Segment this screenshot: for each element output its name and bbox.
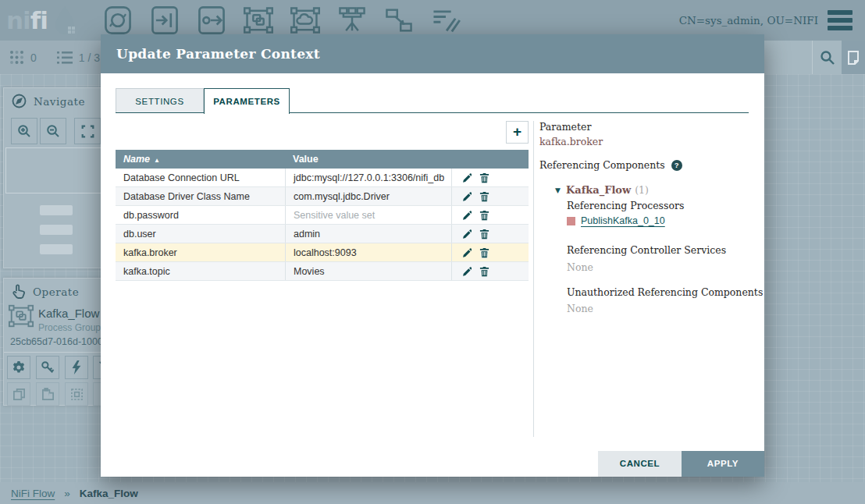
parameter-table-body: Database Connection URL jdbc:mysql://127… <box>116 169 529 281</box>
selection-id: 25cb65d7-016d-1000- <box>10 336 106 347</box>
parameter-value-cell: com.mysql.jdbc.Driver <box>285 187 451 205</box>
dialog-tabs: SETTINGS PARAMETERS <box>116 88 749 114</box>
paste-button[interactable] <box>36 382 59 406</box>
referencing-group-name: Kafka_Flow <box>566 184 631 196</box>
breadcrumb-separator: » <box>64 488 70 499</box>
table-header: Name▲ Value <box>116 150 529 169</box>
component-toolbar <box>101 3 475 37</box>
referencing-processor-link[interactable]: PublishKafka_0_10 <box>581 215 665 226</box>
edit-parameter-icon[interactable] <box>461 172 472 183</box>
label-icon[interactable] <box>429 3 463 37</box>
compass-icon <box>12 94 27 108</box>
operate-title: Operate <box>33 286 79 298</box>
parameter-row[interactable]: kafka.broker localhost:9093 <box>116 243 529 262</box>
tab-parameters[interactable]: PARAMETERS <box>204 88 290 114</box>
edit-parameter-icon[interactable] <box>461 247 472 257</box>
parameter-row[interactable]: Database Driver Class Name com.mysql.jdb… <box>116 187 529 206</box>
birdseye-component <box>40 244 73 254</box>
referencing-components-label: Referencing Components <box>539 159 665 171</box>
stat-value: 1 / 3 <box>79 51 100 64</box>
process-group-icon[interactable] <box>241 3 276 37</box>
breadcrumb: NiFi Flow » Kafka_Flow <box>0 482 865 504</box>
parameter-name-cell: Database Connection URL <box>116 172 285 183</box>
parameter-name: kafka.broker <box>539 136 603 147</box>
delete-parameter-icon[interactable] <box>479 229 489 240</box>
apply-button[interactable]: APPLY <box>682 451 764 477</box>
grid-icon <box>9 50 24 65</box>
edit-parameter-icon[interactable] <box>461 229 472 239</box>
parameter-name-cell: db.password <box>116 210 285 221</box>
help-icon[interactable]: ? <box>671 160 682 171</box>
delete-parameter-icon[interactable] <box>479 210 489 221</box>
edit-parameter-icon[interactable] <box>461 210 472 220</box>
process-group-badge-icon <box>8 303 34 332</box>
panel-divider <box>533 121 534 437</box>
tab-settings[interactable]: SETTINGS <box>116 88 204 113</box>
collapse-icon[interactable]: ▼ <box>555 186 561 194</box>
output-port-icon[interactable] <box>194 3 229 37</box>
parameter-row[interactable]: db.user admin <box>116 225 529 243</box>
unauthorized-components-label: Unauthorized Referencing Components <box>567 286 763 298</box>
zoom-fit-button[interactable] <box>74 118 101 144</box>
edit-parameter-icon[interactable] <box>461 191 472 201</box>
start-button[interactable] <box>65 356 88 379</box>
search-icon[interactable] <box>812 41 842 74</box>
search-input[interactable] <box>764 41 812 74</box>
funnel-icon[interactable] <box>335 3 369 37</box>
processor-state-badge <box>567 217 575 225</box>
referencing-processors-label: Referencing Processors <box>567 200 684 211</box>
delete-parameter-icon[interactable] <box>479 172 489 183</box>
birdseye-component <box>40 205 73 215</box>
stat-value: 0 <box>30 51 37 64</box>
unauthorized-components-value: None <box>567 303 593 314</box>
parameter-name-cell: kafka.broker <box>116 247 285 258</box>
group-button[interactable] <box>65 382 88 406</box>
parameter-value-cell: localhost:9093 <box>285 243 451 261</box>
global-menu-button[interactable] <box>828 10 853 30</box>
remote-process-group-icon[interactable] <box>288 3 322 37</box>
zoom-in-button[interactable] <box>11 118 37 144</box>
navigate-title: Navigate <box>34 95 85 108</box>
delete-parameter-icon[interactable] <box>479 266 489 277</box>
cancel-button[interactable]: CANCEL <box>598 451 682 477</box>
controller-services-label: Referencing Controller Services <box>567 244 726 256</box>
template-icon[interactable] <box>382 3 416 37</box>
referencing-group-count: (1) <box>635 184 649 196</box>
column-value[interactable]: Value <box>285 154 451 165</box>
dialog-header: Update Parameter Context <box>101 34 764 73</box>
delete-parameter-icon[interactable] <box>479 247 489 258</box>
copy-button[interactable] <box>7 382 30 406</box>
processor-icon[interactable] <box>101 3 135 37</box>
nifi-logo: nifi <box>6 3 80 37</box>
parameter-value-cell: admin <box>285 225 451 243</box>
hand-pointer-icon <box>12 284 26 299</box>
nifi-drop-icon <box>49 3 80 37</box>
add-parameter-button[interactable]: + <box>506 121 529 144</box>
current-user: CN=sys_admin, OU=NIFI <box>679 14 818 27</box>
input-port-icon[interactable] <box>148 3 182 37</box>
birdseye-component <box>40 225 73 235</box>
list-icon <box>57 51 73 65</box>
delete-parameter-icon[interactable] <box>479 191 489 202</box>
configure-button[interactable] <box>7 356 30 379</box>
selection-name: Kafka_Flow <box>38 307 99 320</box>
parameter-name-cell: kafka.topic <box>116 266 285 277</box>
parameter-row[interactable]: db.password Sensitive value set <box>116 206 529 225</box>
parameter-row[interactable]: kafka.topic Movies <box>116 262 529 281</box>
bulletin-icon[interactable] <box>842 41 865 74</box>
breadcrumb-current: Kafka_Flow <box>80 488 138 499</box>
logo-text: ni <box>6 6 30 34</box>
selection-type: Process Group <box>38 322 101 333</box>
breadcrumb-root-link[interactable]: NiFi Flow <box>11 488 55 499</box>
parameter-name-cell: Database Driver Class Name <box>116 191 285 202</box>
zoom-out-button[interactable] <box>40 118 66 144</box>
access-policies-button[interactable] <box>36 356 59 379</box>
column-name: Name <box>123 154 150 165</box>
controller-services-value: None <box>567 261 593 273</box>
parameter-name-cell: db.user <box>116 229 285 240</box>
edit-parameter-icon[interactable] <box>461 266 472 276</box>
update-parameter-context-dialog: Update Parameter Context SETTINGS PARAME… <box>101 34 764 477</box>
parameter-value-cell: Movies <box>285 262 451 280</box>
parameter-row[interactable]: Database Connection URL jdbc:mysql://127… <box>116 169 529 187</box>
sort-asc-icon: ▲ <box>154 157 160 164</box>
